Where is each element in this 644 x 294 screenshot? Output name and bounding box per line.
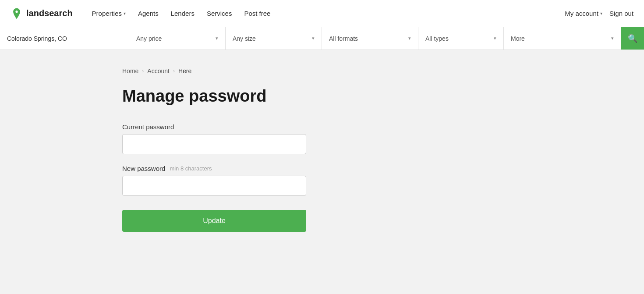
main-nav: Properties ▾ Agents Lenders Services Pos…	[87, 6, 276, 21]
nav-item-lenders[interactable]: Lenders	[166, 6, 200, 21]
filter-bar: Colorado Springs, CO Any price ▾ Any siz…	[0, 27, 644, 50]
breadcrumb-current: Here	[178, 67, 191, 74]
page-title: Manage password	[122, 87, 522, 106]
properties-chevron-icon: ▾	[124, 11, 126, 16]
breadcrumb-account[interactable]: Account	[147, 67, 170, 74]
nav-item-properties[interactable]: Properties ▾	[87, 6, 131, 21]
breadcrumb: Home › Account › Here	[122, 67, 522, 74]
current-password-group: Current password	[122, 123, 522, 154]
nav-item-services[interactable]: Services	[202, 6, 237, 21]
header-right: My account ▾ Sign out	[565, 10, 633, 17]
more-chevron-icon: ▾	[611, 35, 614, 41]
current-password-label: Current password	[122, 123, 522, 131]
new-password-group: New password min 8 characters	[122, 165, 522, 196]
formats-filter[interactable]: All formats ▾	[322, 27, 418, 50]
main-content: Home › Account › Here Manage password Cu…	[112, 50, 532, 249]
site-header: landsearch Properties ▾ Agents Lenders S…	[0, 0, 644, 27]
search-button[interactable]: 🔍	[621, 27, 644, 50]
search-icon: 🔍	[628, 34, 637, 43]
logo-icon	[11, 7, 23, 20]
price-chevron-icon: ▾	[216, 35, 218, 41]
price-filter[interactable]: Any price ▾	[129, 27, 226, 50]
logo-link[interactable]: landsearch	[11, 7, 73, 20]
new-password-input[interactable]	[122, 176, 306, 196]
size-filter[interactable]: Any size ▾	[226, 27, 322, 50]
current-password-input[interactable]	[122, 134, 306, 154]
breadcrumb-sep-1: ›	[142, 68, 144, 74]
size-chevron-icon: ▾	[312, 35, 315, 41]
header-left: landsearch Properties ▾ Agents Lenders S…	[11, 6, 276, 21]
types-chevron-icon: ▾	[494, 35, 496, 41]
my-account-button[interactable]: My account ▾	[565, 10, 602, 17]
breadcrumb-home[interactable]: Home	[122, 67, 138, 74]
breadcrumb-sep-2: ›	[173, 68, 175, 74]
location-filter[interactable]: Colorado Springs, CO	[0, 27, 129, 50]
password-form: Current password New password min 8 char…	[122, 123, 522, 232]
more-filter[interactable]: More ▾	[504, 27, 621, 50]
formats-chevron-icon: ▾	[408, 35, 411, 41]
new-password-hint: min 8 characters	[170, 165, 212, 172]
my-account-chevron-icon: ▾	[600, 11, 602, 16]
types-filter[interactable]: All types ▾	[418, 27, 504, 50]
update-button[interactable]: Update	[122, 210, 306, 232]
logo-text: landsearch	[26, 8, 73, 18]
nav-item-agents[interactable]: Agents	[133, 6, 164, 21]
new-password-label: New password min 8 characters	[122, 165, 522, 172]
sign-out-link[interactable]: Sign out	[609, 10, 633, 17]
nav-item-post-free[interactable]: Post free	[239, 6, 276, 21]
